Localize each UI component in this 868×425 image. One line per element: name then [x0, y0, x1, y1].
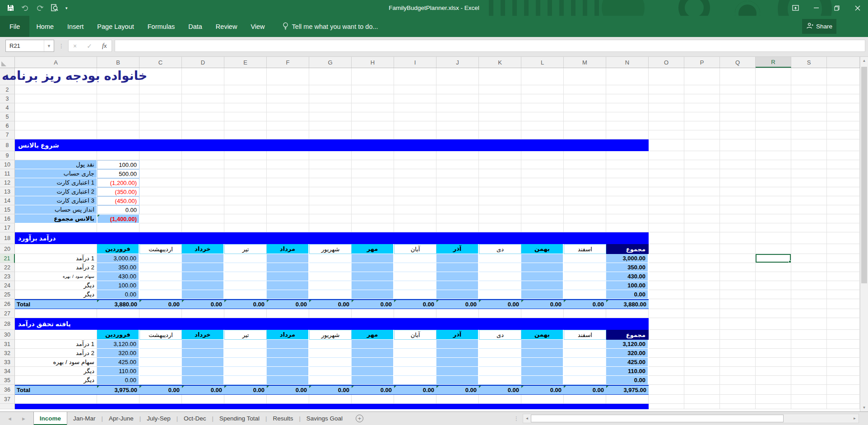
cell[interactable] — [224, 349, 267, 358]
cell[interactable] — [649, 367, 684, 376]
cell[interactable] — [309, 94, 352, 103]
income-value[interactable]: 0.00 — [97, 290, 139, 299]
month-header-8[interactable]: آبان — [394, 244, 436, 254]
cell[interactable] — [720, 187, 756, 196]
cell[interactable] — [352, 94, 394, 103]
cell[interactable] — [684, 340, 720, 349]
cell[interactable] — [309, 160, 352, 169]
balance-total-label[interactable]: مجموعبالانس — [15, 214, 97, 223]
cell[interactable] — [720, 385, 756, 395]
cell[interactable] — [756, 272, 791, 281]
cell[interactable] — [649, 223, 684, 232]
cell[interactable]: 0.00 — [267, 299, 309, 309]
cell[interactable] — [564, 376, 606, 385]
cell[interactable] — [267, 290, 309, 299]
cell[interactable] — [827, 130, 860, 139]
new-sheet-button[interactable]: + — [356, 412, 363, 425]
column-header-D[interactable]: D — [182, 57, 224, 68]
cell[interactable] — [521, 130, 564, 139]
cell[interactable] — [521, 272, 564, 281]
cell[interactable] — [827, 340, 860, 349]
cell[interactable] — [224, 112, 267, 121]
row-header-15[interactable]: 15 — [0, 205, 15, 214]
cell[interactable] — [827, 254, 860, 263]
balance-total-value[interactable]: (1,400.00) — [97, 214, 139, 223]
cell[interactable] — [827, 103, 860, 112]
cell[interactable] — [182, 130, 224, 139]
row-header-11[interactable]: 11 — [0, 169, 15, 178]
share-button[interactable]: Share — [802, 19, 836, 34]
cell[interactable] — [791, 299, 827, 309]
cell[interactable] — [15, 223, 97, 232]
row-header-36[interactable]: 36 — [0, 385, 15, 395]
cell[interactable] — [649, 309, 684, 318]
cell[interactable] — [436, 281, 479, 290]
column-header-R[interactable]: R — [756, 57, 791, 68]
cell[interactable] — [649, 318, 684, 330]
cell[interactable] — [182, 112, 224, 121]
cell[interactable] — [827, 160, 860, 169]
cell[interactable] — [139, 94, 182, 103]
cell[interactable] — [649, 290, 684, 299]
cell[interactable] — [182, 340, 224, 349]
cell[interactable] — [139, 103, 182, 112]
row-header-37[interactable]: 37 — [0, 395, 15, 404]
cell[interactable] — [564, 205, 606, 214]
cell[interactable] — [827, 272, 860, 281]
column-header-F[interactable]: F — [267, 57, 309, 68]
cell[interactable] — [436, 112, 479, 121]
cell[interactable] — [649, 160, 684, 169]
cell[interactable] — [436, 151, 479, 160]
tab-scrollbar-divider[interactable]: ⋮ — [510, 412, 523, 425]
cell[interactable] — [791, 94, 827, 103]
cell[interactable] — [684, 395, 720, 404]
cell[interactable] — [521, 187, 564, 196]
cell[interactable] — [224, 309, 267, 318]
cell[interactable] — [479, 94, 521, 103]
cell[interactable] — [791, 187, 827, 196]
cell[interactable] — [182, 309, 224, 318]
cell[interactable] — [791, 330, 827, 340]
cell[interactable] — [436, 349, 479, 358]
cell[interactable] — [791, 205, 827, 214]
cell[interactable] — [606, 187, 649, 196]
cell[interactable] — [720, 121, 756, 130]
cell[interactable] — [791, 112, 827, 121]
cell[interactable] — [649, 85, 684, 94]
cell[interactable] — [564, 254, 606, 263]
cell[interactable] — [649, 151, 684, 160]
income-value[interactable]: 0.00 — [97, 376, 139, 385]
income-value[interactable]: 110.00 — [97, 367, 139, 376]
month-header-9[interactable]: آذر — [436, 244, 479, 254]
cell[interactable] — [720, 330, 756, 340]
cell[interactable] — [139, 272, 182, 281]
cell[interactable] — [394, 281, 436, 290]
row-header-8[interactable]: 8 — [0, 139, 15, 151]
cell[interactable] — [352, 358, 394, 367]
cell[interactable] — [267, 196, 309, 205]
cell[interactable] — [479, 272, 521, 281]
cell[interactable] — [15, 151, 97, 160]
cell[interactable] — [720, 214, 756, 223]
column-header-H[interactable]: H — [352, 57, 394, 68]
cell[interactable] — [521, 196, 564, 205]
cell[interactable] — [684, 349, 720, 358]
cell[interactable] — [564, 112, 606, 121]
balance-value[interactable]: (450.00) — [97, 196, 139, 205]
cell[interactable] — [394, 367, 436, 376]
cell[interactable] — [436, 340, 479, 349]
cell[interactable] — [684, 205, 720, 214]
cell[interactable] — [791, 349, 827, 358]
cell[interactable] — [224, 254, 267, 263]
cell[interactable] — [564, 214, 606, 223]
row-header-13[interactable]: 13 — [0, 187, 15, 196]
cell[interactable] — [394, 151, 436, 160]
cell[interactable] — [649, 272, 684, 281]
cell[interactable] — [394, 94, 436, 103]
row-header-21[interactable]: 21 — [0, 254, 15, 263]
cell[interactable] — [791, 121, 827, 130]
cell[interactable] — [309, 367, 352, 376]
formula-cancel-icon[interactable]: × — [73, 42, 77, 50]
cell[interactable] — [564, 223, 606, 232]
row-header-32[interactable]: 32 — [0, 349, 15, 358]
